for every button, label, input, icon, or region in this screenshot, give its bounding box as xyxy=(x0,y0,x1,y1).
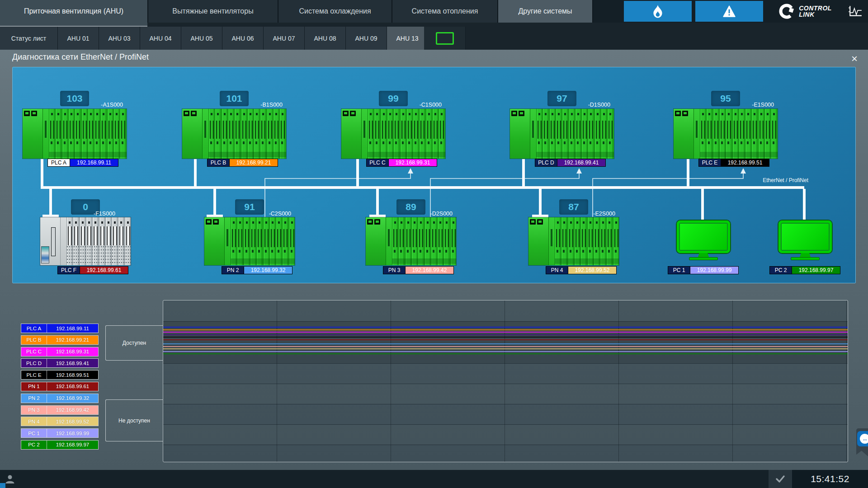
device-address-tag: PLC F 192.168.99.61 xyxy=(57,266,128,274)
ack-button[interactable] xyxy=(769,470,792,488)
sub-tab-ahu-01[interactable]: AHU 01 xyxy=(58,27,99,50)
device-plc-b[interactable]: 101 -B1S000 PLC B 192.168.99.21 xyxy=(182,91,286,168)
trend-trace xyxy=(163,339,848,340)
legend-item: PLC C192.168.99.31 xyxy=(21,347,99,357)
device-address-tag: PN 3 192.168.99.42 xyxy=(383,266,454,274)
sub-tab-ahu-08[interactable]: AHU 08 xyxy=(305,27,346,50)
io-rack-graphic xyxy=(528,217,619,265)
main-tab-3[interactable]: Система отопления xyxy=(392,0,498,23)
device-tag-label: -C1S000 xyxy=(420,102,442,108)
device-pn3[interactable]: 89 -D2S000 PN 3 192.168.99.42 xyxy=(366,199,456,275)
sub-tab-ahu-04[interactable]: AHU 04 xyxy=(140,27,181,50)
legend-item: PN 1192.168.99.61 xyxy=(21,382,99,391)
legend-item: PN 2192.168.99.32 xyxy=(21,394,99,403)
legend-item: PLC A192.168.99.11 xyxy=(21,324,99,333)
counter-badge: 95 xyxy=(711,91,740,106)
network-diagram-panel: EtherNet / ProfiNet 103 -A1S000 PLC A 19… xyxy=(12,67,856,283)
device-plc-c[interactable]: 99 -C1S000 PLC C 192.168.99.31 xyxy=(341,91,445,168)
legend-item: PLC D192.168.99.41 xyxy=(21,358,99,368)
sub-tab-ahu-05[interactable]: AHU 05 xyxy=(181,27,222,50)
taskbar-peek xyxy=(0,483,5,488)
bus-label: EtherNet / ProfiNet xyxy=(727,177,808,183)
clock: 15:41:52 xyxy=(792,470,868,488)
scada-screen: Приточная вентиляция (AHU)Вытяжные венти… xyxy=(0,0,868,488)
counter-badge: 89 xyxy=(396,199,425,215)
warning-alarm-button[interactable] xyxy=(695,1,763,22)
device-tag-label: -A1S000 xyxy=(101,102,123,108)
trend-trace xyxy=(163,348,848,349)
availability-trend-chart[interactable] xyxy=(163,300,848,462)
device-plc-a[interactable]: 103 -A1S000 PLC A 192.168.99.11 xyxy=(23,91,127,168)
legend-item: PC 1192.168.99.99 xyxy=(21,428,99,438)
ahu-tabs: Статус листAHU 01AHU 03AHU 04AHU 05AHU 0… xyxy=(0,27,428,50)
top-actions: CONTROLLINK xyxy=(624,0,868,23)
remote-access-tab[interactable]: ↔ xyxy=(856,428,868,456)
trend-trace xyxy=(163,337,848,338)
status-bar: 15:41:52 xyxy=(0,470,868,488)
device-address-tag: PN 2 192.168.99.32 xyxy=(222,266,292,274)
sub-tab-ahu-13[interactable]: AHU 13 xyxy=(387,27,428,50)
plc-rack-graphic xyxy=(341,109,445,159)
monitor-graphic xyxy=(672,221,735,260)
plc-rack-graphic xyxy=(23,109,127,159)
device-address-tag: PLC A 192.168.99.11 xyxy=(47,159,118,167)
sub-tab-ahu-06[interactable]: AHU 06 xyxy=(222,27,264,50)
main-tab-2[interactable]: Система охлаждения xyxy=(278,0,392,23)
trend-trace xyxy=(163,346,848,347)
device-pn2[interactable]: 91 -C2S000 PN 2 192.168.99.32 xyxy=(204,199,295,275)
page-title: Диагностика сети EtherNet / ProfiNet xyxy=(12,52,149,62)
monitor-icon xyxy=(436,32,454,45)
remote-access-icon: ↔ xyxy=(857,431,868,446)
device-plc-f-offline[interactable]: 0 -F1S000 PLC F 192.168.99.61 xyxy=(40,199,131,275)
control-link-mark-icon xyxy=(778,2,796,20)
counter-badge: 87 xyxy=(559,199,588,215)
check-icon xyxy=(774,474,786,484)
legend-item: PN 3192.168.99.42 xyxy=(21,405,99,415)
warning-icon xyxy=(723,5,736,17)
top-navigation: Приточная вентиляция (AHU)Вытяжные венти… xyxy=(0,0,868,23)
trend-history-button[interactable] xyxy=(843,0,868,23)
device-address-tag: PN 4 192.168.99.52 xyxy=(546,266,617,274)
dialog-titlebar: Диагностика сети EtherNet / ProfiNet × xyxy=(0,50,868,67)
trend-trace xyxy=(163,332,848,333)
sub-tab-ahu-03[interactable]: AHU 03 xyxy=(99,27,140,50)
device-address-tag: PLC C 192.168.99.31 xyxy=(366,159,437,167)
sub-tab-ahu-09[interactable]: AHU 09 xyxy=(346,27,387,50)
counter-badge: 101 xyxy=(220,91,249,106)
device-pc2[interactable]: PC 2 192.168.99.97 xyxy=(774,221,837,276)
device-address-tag: PC 2 192.168.99.97 xyxy=(769,266,840,274)
trend-trace xyxy=(163,343,848,344)
device-pc1[interactable]: PC 1 192.168.99.99 xyxy=(672,221,735,276)
main-tabs: Приточная вентиляция (AHU)Вытяжные венти… xyxy=(0,0,593,23)
device-tag-label: -C2S000 xyxy=(269,211,291,217)
device-tag-label: -D2S000 xyxy=(430,211,453,217)
counter-badge: 103 xyxy=(60,91,89,106)
trend-trace xyxy=(163,334,848,335)
device-plc-d[interactable]: 97 -D1S000 PLC D 192.168.99.41 xyxy=(510,91,614,168)
trend-trace xyxy=(163,353,848,354)
counter-badge: 97 xyxy=(547,91,576,106)
main-tab-0[interactable]: Приточная вентиляция (AHU) xyxy=(0,0,148,23)
sub-tab-ahu-07[interactable]: AHU 07 xyxy=(264,27,305,50)
device-plc-e[interactable]: 95 -E1S000 PLC E 192.168.99.51 xyxy=(674,91,778,168)
legend-item: PLC E192.168.99.51 xyxy=(21,370,99,380)
main-tab-1[interactable]: Вытяжные вентиляторы xyxy=(148,0,278,23)
user-icon[interactable] xyxy=(5,474,15,484)
ahu-tab-bar: Статус листAHU 01AHU 03AHU 04AHU 05AHU 0… xyxy=(0,23,868,50)
device-tag-label: -D1S000 xyxy=(588,102,610,108)
device-pn4[interactable]: 87 -E2S000 PN 4 192.168.99.52 xyxy=(528,199,619,275)
fire-alarm-button[interactable] xyxy=(624,1,692,22)
main-tab-4[interactable]: Другие системы xyxy=(498,0,593,23)
trend-trace xyxy=(163,327,848,328)
sub-tab-статус-лист[interactable]: Статус лист xyxy=(0,27,58,50)
legend-item: PC 2192.168.99.97 xyxy=(21,440,99,450)
device-address-tag: PLC E 192.168.99.51 xyxy=(698,159,769,167)
screen-view-button[interactable] xyxy=(424,27,466,50)
state-label-available: Доступен xyxy=(105,325,163,361)
active-tab-underline xyxy=(0,23,147,27)
counter-badge: 99 xyxy=(379,91,408,106)
legend-item: PLC B192.168.99.21 xyxy=(21,335,99,345)
legend-item: PN 4192.168.99.52 xyxy=(21,417,99,426)
close-icon[interactable]: × xyxy=(847,51,862,66)
trend-legend: PLC A192.168.99.11PLC B192.168.99.21PLC … xyxy=(21,324,99,452)
